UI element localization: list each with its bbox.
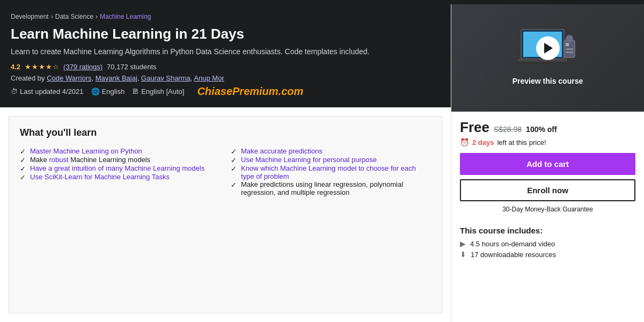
breadcrumb-sep-1: › bbox=[51, 13, 53, 20]
created-by-label: Created by bbox=[11, 74, 45, 82]
learn-item-6: ✓ Use Machine Learning for personal purp… bbox=[231, 156, 431, 164]
price-original: S$28.98 bbox=[494, 125, 522, 134]
urgency-text: left at this price! bbox=[497, 138, 546, 147]
language-text: English bbox=[102, 87, 125, 96]
learn-item-5: ✓ Make accurate predictions bbox=[231, 147, 431, 156]
check-icon-2: ✓ bbox=[20, 156, 26, 164]
laptop-icon bbox=[516, 27, 580, 72]
breadcrumb-current: Machine Learning bbox=[100, 13, 151, 20]
star-2: ★ bbox=[32, 63, 38, 71]
breadcrumb-development[interactable]: Development bbox=[11, 13, 49, 20]
check-icon-7: ✓ bbox=[231, 165, 237, 173]
rating-number: 4.2 bbox=[11, 63, 20, 71]
play-triangle-icon bbox=[544, 43, 553, 54]
check-icon-4: ✓ bbox=[20, 173, 26, 181]
video-icon: ▶ bbox=[460, 239, 466, 248]
urgency-row: ⏰ 2 days left at this price! bbox=[460, 138, 635, 147]
learn-item-1: ✓ Master Machine Learning on Python bbox=[20, 147, 220, 156]
learn-text-4[interactable]: Use SciKit-Learn for Machine Learning Ta… bbox=[30, 173, 170, 181]
meta-row: ⏱ Last updated 4/2021 🌐 English 🖹 Englis… bbox=[11, 85, 440, 98]
caption-icon: 🖹 bbox=[132, 87, 139, 96]
learn-item-8: ✓ Make predictions using linear regressi… bbox=[231, 180, 431, 196]
svg-rect-7 bbox=[566, 52, 573, 53]
meta-language: 🌐 English bbox=[91, 87, 125, 96]
price-row: Free S$28.98 100% off bbox=[460, 119, 635, 136]
learn-text-6[interactable]: Use Machine Learning for personal purpos… bbox=[241, 156, 377, 164]
price-free: Free bbox=[460, 119, 489, 136]
instructor-4[interactable]: Anup Mor bbox=[194, 74, 224, 82]
right-panel: Preview this course Free S$28.98 100% of… bbox=[451, 4, 644, 322]
include-text-1: 4.5 hours on-demand video bbox=[470, 240, 555, 248]
svg-rect-5 bbox=[566, 43, 569, 46]
learn-grid: ✓ Master Machine Learning on Python ✓ Ma… bbox=[20, 147, 431, 196]
breadcrumb: Development › Data Science › Machine Lea… bbox=[11, 13, 440, 20]
add-to-cart-button[interactable]: Add to cart bbox=[460, 153, 635, 175]
learn-item-7: ✓ Know which Machine Learning model to c… bbox=[231, 164, 431, 180]
star-1: ★ bbox=[25, 63, 31, 71]
hero-section: Development › Data Science › Machine Lea… bbox=[0, 4, 451, 107]
globe-icon: 🌐 bbox=[91, 87, 100, 96]
alarm-icon: ⏰ bbox=[460, 138, 469, 147]
last-updated-text: Last updated 4/2021 bbox=[20, 87, 84, 96]
breadcrumb-data-science[interactable]: Data Science bbox=[55, 13, 93, 20]
svg-rect-6 bbox=[566, 48, 573, 50]
instructors-row: Created by Code Warriors, Mayank Bajaj, … bbox=[11, 74, 440, 82]
learn-section-title: What you'll learn bbox=[20, 127, 431, 138]
check-icon-3: ✓ bbox=[20, 165, 26, 173]
star-4: ★ bbox=[46, 63, 52, 71]
clock-meta-icon: ⏱ bbox=[11, 87, 18, 96]
check-icon-1: ✓ bbox=[20, 148, 26, 156]
check-icon-6: ✓ bbox=[231, 156, 237, 164]
star-3: ★ bbox=[39, 63, 45, 71]
highlight-robust: robust bbox=[49, 156, 68, 164]
learn-text-1[interactable]: Master Machine Learning on Python bbox=[30, 147, 142, 155]
learn-text-7[interactable]: Know which Machine Learning model to cho… bbox=[241, 164, 416, 180]
learn-items-right: ✓ Make accurate predictions ✓ Use Machin… bbox=[231, 147, 431, 196]
instructor-2[interactable]: Mayank Bajaj bbox=[96, 74, 137, 82]
price-discount: 100% off bbox=[526, 125, 557, 134]
instructor-1[interactable]: Code Warriors bbox=[47, 74, 91, 82]
guarantee-text: 30-Day Money-Back Guarantee bbox=[460, 206, 635, 213]
play-button[interactable] bbox=[536, 36, 560, 60]
learn-item-3: ✓ Have a great intuition of many Machine… bbox=[20, 164, 220, 173]
instructor-3[interactable]: Gaurav Sharma bbox=[141, 74, 191, 82]
preview-background: Preview this course bbox=[451, 4, 644, 112]
learn-text-3[interactable]: Have a great intuition of many Machine L… bbox=[30, 164, 204, 172]
students-count: 70,172 students bbox=[107, 63, 157, 71]
course-title: Learn Machine Learning in 21 Days bbox=[11, 26, 440, 42]
captions-text: English [Auto] bbox=[141, 87, 184, 96]
learn-item-4: ✓ Use SciKit-Learn for Machine Learning … bbox=[20, 173, 220, 181]
learn-text-5[interactable]: Make accurate predictions bbox=[241, 147, 323, 155]
pricing-section: Free S$28.98 100% off ⏰ 2 days left at t… bbox=[451, 112, 644, 226]
course-subtitle: Learn to create Machine Learning Algorit… bbox=[11, 47, 440, 57]
download-icon: ⬇ bbox=[460, 250, 466, 259]
include-text-2: 17 downloadable resources bbox=[471, 251, 556, 259]
include-item-1: ▶ 4.5 hours on-demand video bbox=[460, 239, 635, 248]
top-bar bbox=[0, 0, 644, 4]
left-panel: Development › Data Science › Machine Lea… bbox=[0, 4, 451, 322]
star-5: ☆ bbox=[53, 63, 59, 71]
check-icon-5: ✓ bbox=[231, 148, 237, 156]
svg-point-8 bbox=[566, 35, 573, 42]
learn-item-2: ✓ Make robust Machine Learning models bbox=[20, 156, 220, 164]
includes-section: This course includes: ▶ 4.5 hours on-dem… bbox=[451, 226, 644, 267]
learn-items-left: ✓ Master Machine Learning on Python ✓ Ma… bbox=[20, 147, 220, 196]
includes-title: This course includes: bbox=[460, 226, 635, 235]
rating-row: 4.2 ★ ★ ★ ★ ☆ (379 ratings) 70,172 stude… bbox=[11, 63, 440, 71]
preview-section[interactable]: Preview this course bbox=[451, 4, 644, 112]
ratings-link[interactable]: (379 ratings) bbox=[63, 63, 103, 71]
preview-label: Preview this course bbox=[513, 77, 583, 90]
star-rating: ★ ★ ★ ★ ☆ bbox=[25, 63, 59, 71]
learn-section: What you'll learn ✓ Master Machine Learn… bbox=[9, 116, 442, 313]
meta-updated: ⏱ Last updated 4/2021 bbox=[11, 87, 84, 96]
svg-rect-3 bbox=[516, 62, 569, 64]
watermark: ChiasePremium.com bbox=[197, 85, 303, 98]
urgency-days: 2 days bbox=[472, 138, 494, 147]
enroll-now-button[interactable]: Enroll now bbox=[460, 179, 635, 201]
meta-captions: 🖹 English [Auto] bbox=[132, 87, 184, 96]
check-icon-8: ✓ bbox=[231, 181, 237, 189]
main-layout: Development › Data Science › Machine Lea… bbox=[0, 4, 644, 322]
learn-text-8: Make predictions using linear regression… bbox=[241, 180, 431, 196]
breadcrumb-sep-2: › bbox=[96, 13, 98, 20]
include-item-2: ⬇ 17 downloadable resources bbox=[460, 250, 635, 259]
